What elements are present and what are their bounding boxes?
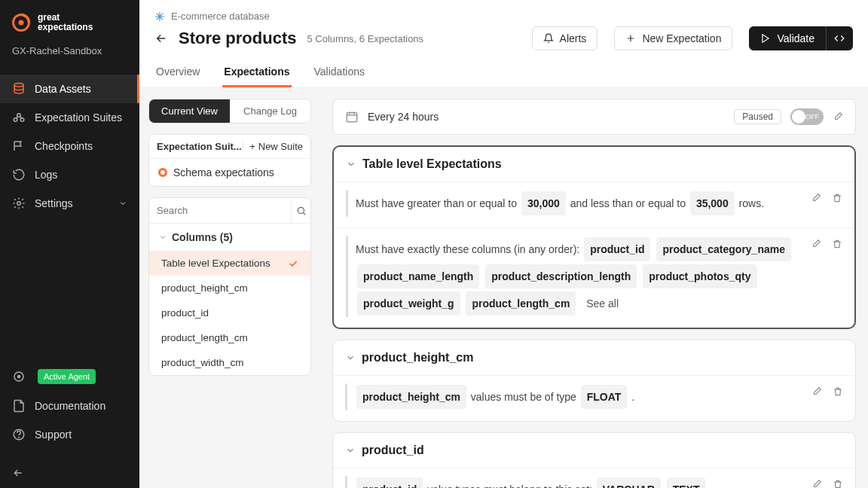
suites-icon bbox=[12, 111, 26, 124]
edit-icon[interactable] bbox=[811, 239, 821, 249]
plus-icon bbox=[625, 33, 636, 44]
nav-checkpoints[interactable]: Checkpoints bbox=[0, 132, 139, 160]
edit-icon[interactable] bbox=[811, 386, 822, 397]
doc-icon bbox=[12, 399, 26, 413]
tab-validations[interactable]: Validations bbox=[313, 58, 366, 87]
value-chip: 35,000 bbox=[690, 191, 735, 215]
columns-box: Columns (5) Table level Expectations pro… bbox=[148, 197, 311, 376]
svg-point-1 bbox=[19, 20, 24, 26]
column-label: product_width_cm bbox=[161, 357, 244, 368]
column-item[interactable]: product_height_cm bbox=[149, 276, 310, 300]
nav-expectation-suites[interactable]: Expectation Suites bbox=[0, 103, 139, 132]
left-panel: Current View Change Log Expectation Suit… bbox=[139, 88, 320, 488]
svg-point-2 bbox=[14, 84, 23, 87]
expectation-card-table-level: Table level Expectations Must have great… bbox=[332, 145, 856, 329]
nav-support[interactable]: Support bbox=[0, 420, 139, 449]
column-item[interactable]: product_id bbox=[149, 300, 310, 325]
nav-label: Logs bbox=[35, 169, 57, 181]
trash-icon[interactable] bbox=[833, 386, 843, 397]
search-button[interactable] bbox=[291, 198, 310, 223]
svg-point-10 bbox=[19, 437, 20, 438]
tab-overview[interactable]: Overview bbox=[154, 58, 201, 87]
chevron-down-icon bbox=[118, 199, 127, 208]
seg-current-view[interactable]: Current View bbox=[149, 99, 230, 123]
back-button[interactable] bbox=[154, 32, 168, 45]
search-icon bbox=[296, 206, 307, 216]
nav-label: Data Assets bbox=[35, 83, 91, 95]
brand-line2: expectations bbox=[38, 23, 93, 32]
column-label: product_length_cm bbox=[161, 332, 248, 343]
column-label: Table level Expectations bbox=[161, 258, 270, 269]
checkpoint-icon bbox=[12, 139, 26, 153]
new-suite-button[interactable]: + New Suite bbox=[243, 141, 303, 152]
nav-label: Documentation bbox=[35, 400, 105, 412]
value-chip: TEXT bbox=[667, 477, 706, 488]
radio-selected-icon bbox=[158, 168, 167, 177]
code-icon bbox=[834, 33, 845, 44]
alerts-button[interactable]: Alerts bbox=[532, 26, 598, 50]
columns-header-label: Columns (5) bbox=[172, 231, 233, 243]
column-item[interactable]: product_width_cm bbox=[149, 350, 310, 375]
edit-icon[interactable] bbox=[811, 479, 822, 488]
svg-point-11 bbox=[298, 207, 304, 213]
value-chip: product_length_cm bbox=[466, 291, 576, 316]
columns-header[interactable]: Columns (5) bbox=[149, 224, 310, 251]
svg-point-8 bbox=[18, 376, 20, 378]
value-chip: 30,000 bbox=[521, 191, 566, 215]
value-chip: VARCHAR bbox=[597, 477, 661, 488]
nav-label: Expectation Suites bbox=[35, 111, 122, 124]
value-chip: product_category_name bbox=[656, 237, 791, 261]
breadcrumb-label: E-commerce database bbox=[171, 11, 270, 22]
trash-icon[interactable] bbox=[833, 479, 843, 488]
chevron-down-icon[interactable] bbox=[345, 445, 356, 456]
nav-agent[interactable]: Active Agent bbox=[0, 361, 139, 392]
page-title: Store products bbox=[179, 29, 296, 48]
nav-documentation[interactable]: Documentation bbox=[0, 392, 139, 420]
plus-icon: + bbox=[249, 141, 255, 152]
value-chip: product_id bbox=[584, 237, 650, 261]
nav-logs[interactable]: Logs bbox=[0, 160, 139, 189]
chevron-down-icon bbox=[158, 233, 167, 242]
value-chip: product_height_cm bbox=[356, 385, 466, 409]
toggle-label: OFF bbox=[805, 113, 819, 120]
edit-icon[interactable] bbox=[811, 193, 821, 203]
chevron-down-icon[interactable] bbox=[346, 159, 356, 169]
schedule-text: Every 24 hours bbox=[368, 111, 439, 123]
breadcrumb[interactable]: E-commerce database bbox=[154, 11, 853, 22]
expectation-row: Must have greater than or equal to 30,00… bbox=[334, 181, 854, 227]
card-title: product_height_cm bbox=[362, 351, 473, 364]
chevron-down-icon[interactable] bbox=[345, 352, 356, 363]
schedule-toggle[interactable]: OFF bbox=[790, 108, 824, 125]
edit-icon[interactable] bbox=[833, 111, 843, 122]
text: Must have greater than or equal to bbox=[356, 197, 517, 209]
nav-settings[interactable]: Settings bbox=[0, 189, 139, 218]
nav-label: Support bbox=[35, 429, 72, 441]
code-button[interactable] bbox=[826, 26, 853, 50]
nav-data-assets[interactable]: Data Assets bbox=[0, 75, 139, 103]
seg-change-log[interactable]: Change Log bbox=[230, 99, 310, 123]
value-chip: product_description_length bbox=[485, 264, 637, 288]
button-label: New Suite bbox=[258, 141, 303, 152]
play-icon bbox=[760, 33, 771, 44]
search-input[interactable] bbox=[149, 198, 291, 223]
tab-expectations[interactable]: Expectations bbox=[222, 58, 291, 87]
column-item[interactable]: product_length_cm bbox=[149, 325, 310, 350]
value-chip: product_name_length bbox=[357, 264, 479, 288]
expectation-row: product_id value types must belong to th… bbox=[333, 468, 855, 488]
text: value types must belong to this set: bbox=[427, 483, 592, 488]
right-panel: Every 24 hours Paused OFF Table level Ex… bbox=[320, 88, 868, 488]
nav: Data Assets Expectation Suites Checkpoin… bbox=[0, 69, 139, 361]
column-item-table-level[interactable]: Table level Expectations bbox=[149, 251, 310, 276]
validate-button[interactable]: Validate bbox=[749, 26, 826, 50]
database-icon bbox=[12, 82, 26, 96]
new-expectation-button[interactable]: New Expectation bbox=[614, 26, 732, 50]
trash-icon[interactable] bbox=[832, 239, 842, 249]
trash-icon[interactable] bbox=[832, 193, 842, 203]
view-toggle: Current View Change Log bbox=[148, 99, 311, 124]
value-chip: product_photos_qty bbox=[643, 264, 756, 288]
text: Must have exactly these columns (in any … bbox=[356, 243, 579, 255]
agent-badge: Active Agent bbox=[38, 369, 96, 384]
suite-item[interactable]: Schema expectations bbox=[149, 159, 310, 186]
see-all-link[interactable]: See all bbox=[586, 297, 619, 310]
collapse-sidebar[interactable] bbox=[0, 458, 139, 488]
